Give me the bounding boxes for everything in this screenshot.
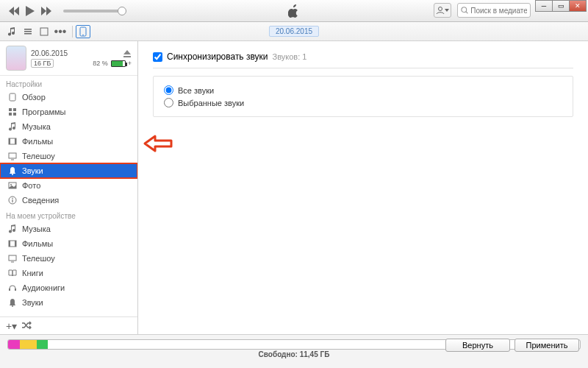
search-icon bbox=[461, 6, 468, 15]
sidebar-item-music[interactable]: Музыка bbox=[0, 119, 137, 134]
sidebar-group-settings: Настройки bbox=[0, 76, 137, 90]
audiobooks-icon bbox=[7, 283, 18, 293]
svg-rect-17 bbox=[9, 153, 16, 158]
account-button[interactable] bbox=[434, 3, 451, 18]
sidebar-item-ondevice-tv[interactable]: Телешоу bbox=[0, 251, 137, 266]
sidebar-item-info[interactable]: Сведения bbox=[0, 193, 137, 208]
sidebar-item-ondevice-books[interactable]: Книги bbox=[0, 266, 137, 280]
storage-seg-3 bbox=[37, 340, 49, 349]
close-button[interactable]: ✕ bbox=[569, 0, 587, 12]
svg-rect-28 bbox=[9, 255, 16, 261]
movies-icon bbox=[7, 136, 18, 146]
sidebar-footer: +▾ bbox=[0, 316, 137, 334]
search-input[interactable] bbox=[470, 7, 527, 15]
footer: Свободно: 11,45 ГБ Вернуть Применить bbox=[0, 334, 588, 368]
minimize-button[interactable]: ─ bbox=[535, 0, 553, 12]
sidebar-item-apps[interactable]: Программы bbox=[0, 105, 137, 119]
svg-rect-10 bbox=[9, 108, 12, 111]
device-header: 20.06.2015 16 ГБ 82 % + bbox=[0, 41, 137, 76]
media-more-tab[interactable]: ••• bbox=[53, 24, 68, 39]
sidebar-item-label: Фото bbox=[22, 181, 40, 190]
radio-selected[interactable] bbox=[164, 98, 173, 107]
sidebar-item-tv[interactable]: Телешоу bbox=[0, 149, 137, 163]
books-icon bbox=[7, 268, 18, 278]
tv-icon bbox=[7, 151, 18, 161]
storage-seg-2 bbox=[20, 340, 37, 349]
storage-seg-1 bbox=[8, 340, 20, 349]
battery-icon bbox=[111, 60, 126, 67]
sidebar-item-label: Программы bbox=[22, 107, 65, 116]
media-grid-tab[interactable] bbox=[37, 24, 51, 39]
search-field[interactable] bbox=[457, 3, 531, 18]
volume-slider[interactable] bbox=[63, 10, 122, 13]
svg-point-24 bbox=[12, 198, 13, 199]
prev-button[interactable] bbox=[6, 3, 22, 19]
sidebar-item-label: Музыка bbox=[22, 224, 51, 233]
sidebar-item-label: Звуки bbox=[22, 166, 43, 175]
option-selected-tones[interactable]: Выбранные звуки bbox=[164, 96, 562, 109]
sidebar-item-movies[interactable]: Фильмы bbox=[0, 134, 137, 149]
device-capacity: 16 ГБ bbox=[31, 59, 54, 68]
tv-icon bbox=[7, 253, 18, 263]
shuffle-button[interactable] bbox=[21, 320, 32, 332]
svg-rect-15 bbox=[9, 138, 10, 144]
sidebar-item-label: Телешоу bbox=[22, 152, 55, 160]
svg-rect-9 bbox=[10, 93, 15, 101]
tones-icon bbox=[7, 166, 18, 176]
svg-rect-23 bbox=[12, 199, 12, 202]
media-music-tab[interactable] bbox=[4, 24, 19, 39]
add-playlist-button[interactable]: +▾ bbox=[6, 320, 17, 332]
svg-point-1 bbox=[462, 7, 467, 13]
summary-icon bbox=[7, 92, 18, 102]
photos-icon bbox=[7, 180, 18, 191]
apply-button[interactable]: Применить bbox=[514, 339, 579, 352]
info-icon bbox=[7, 195, 18, 205]
next-button[interactable] bbox=[38, 3, 54, 19]
sidebar-item-summary[interactable]: Обзор bbox=[0, 90, 137, 105]
play-button[interactable] bbox=[22, 3, 38, 19]
battery-percent: 82 % bbox=[93, 60, 108, 67]
secondary-toolbar: ••• 20.06.2015 bbox=[0, 22, 588, 41]
sidebar: 20.06.2015 16 ГБ 82 % + Настройки Обзор … bbox=[0, 41, 138, 334]
maximize-button[interactable]: ▭ bbox=[552, 0, 570, 12]
svg-rect-16 bbox=[15, 138, 16, 144]
sidebar-item-ondevice-audiobooks[interactable]: Аудиокниги bbox=[0, 280, 137, 295]
device-selector[interactable] bbox=[76, 25, 90, 38]
sidebar-item-label: Аудиокниги bbox=[22, 283, 65, 292]
sidebar-item-label: Книги bbox=[22, 269, 43, 277]
title-bar: ─ ▭ ✕ bbox=[0, 0, 588, 22]
sidebar-item-label: Фильмы bbox=[22, 239, 53, 248]
sync-label: Синхронизировать звуки bbox=[167, 52, 268, 62]
sidebar-item-label: Обзор bbox=[22, 93, 46, 102]
revert-button[interactable]: Вернуть bbox=[445, 339, 510, 352]
svg-line-2 bbox=[466, 12, 468, 14]
sidebar-item-tones[interactable]: Звуки bbox=[0, 163, 137, 178]
sidebar-item-label: Фильмы bbox=[22, 137, 53, 146]
svg-rect-3 bbox=[24, 29, 32, 30]
sidebar-item-ondevice-tones[interactable]: Звуки bbox=[0, 295, 137, 310]
apple-logo-icon bbox=[288, 4, 300, 21]
svg-point-21 bbox=[10, 184, 12, 185]
svg-point-19 bbox=[12, 174, 13, 175]
device-date: 20.06.2015 bbox=[31, 49, 88, 57]
svg-rect-5 bbox=[24, 33, 32, 35]
option-all-tones[interactable]: Все звуки bbox=[164, 84, 562, 96]
window-controls: ─ ▭ ✕ bbox=[536, 0, 587, 12]
sidebar-item-ondevice-movies[interactable]: Фильмы bbox=[0, 236, 137, 251]
svg-rect-11 bbox=[13, 108, 16, 111]
sync-count: Звуков: 1 bbox=[273, 52, 307, 61]
svg-rect-4 bbox=[24, 31, 32, 32]
svg-rect-26 bbox=[9, 241, 10, 247]
main-content: Синхронизировать звуки Звуков: 1 Все зву… bbox=[138, 41, 588, 334]
sync-checkbox[interactable] bbox=[153, 52, 162, 62]
media-list-tab[interactable] bbox=[21, 24, 35, 39]
sidebar-item-label: Музыка bbox=[22, 122, 51, 131]
sidebar-item-ondevice-music[interactable]: Музыка bbox=[0, 222, 137, 236]
movies-icon bbox=[7, 238, 18, 249]
svg-point-8 bbox=[82, 34, 84, 35]
music-icon bbox=[7, 121, 18, 132]
radio-all[interactable] bbox=[164, 85, 173, 95]
eject-icon[interactable] bbox=[123, 49, 132, 58]
sidebar-item-photos[interactable]: Фото bbox=[0, 178, 137, 193]
date-pill[interactable]: 20.06.2015 bbox=[269, 26, 319, 37]
